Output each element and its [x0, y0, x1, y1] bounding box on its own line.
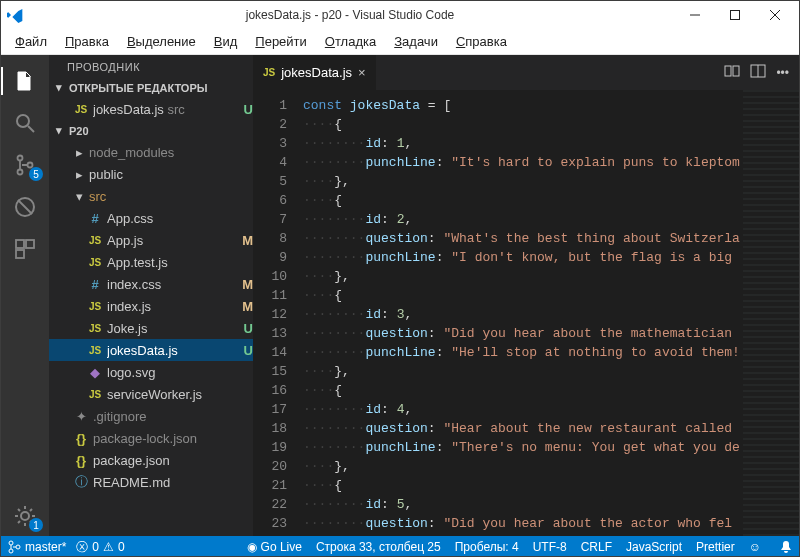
- project-header[interactable]: ▾ P20: [49, 120, 253, 141]
- menu-отладка[interactable]: Отладка: [317, 32, 384, 51]
- menu-справка[interactable]: Справка: [448, 32, 515, 51]
- file-item[interactable]: ⓘREADME.md: [49, 471, 253, 493]
- git-status: M: [237, 299, 253, 314]
- editor-group: JS jokesData.js × ••• 123456789101112131…: [253, 55, 799, 536]
- file-item[interactable]: JSserviceWorker.js: [49, 383, 253, 405]
- menu-файл[interactable]: Файл: [7, 32, 55, 51]
- menu-правка[interactable]: Правка: [57, 32, 117, 51]
- file-item[interactable]: #App.css: [49, 207, 253, 229]
- file-item[interactable]: ✦.gitignore: [49, 405, 253, 427]
- git-status: U: [237, 102, 253, 117]
- file-label: jokesData.js src: [93, 102, 233, 117]
- activity-settings[interactable]: 1: [1, 496, 49, 536]
- files-icon: [13, 69, 37, 93]
- extensions-icon: [13, 237, 37, 261]
- git-status: U: [237, 343, 253, 358]
- file-icon: JS: [87, 301, 103, 312]
- open-editors-header[interactable]: ▾ ОТКРЫТЫЕ РЕДАКТОРЫ: [49, 77, 253, 98]
- svg-point-8: [28, 163, 33, 168]
- file-item[interactable]: JSApp.jsM: [49, 229, 253, 251]
- file-icon: JS: [87, 235, 103, 246]
- chevron-down-icon: ▾: [53, 81, 65, 94]
- activity-bar: 5 1: [1, 55, 49, 536]
- folder-item[interactable]: ▸node_modules: [49, 141, 253, 163]
- svg-line-5: [28, 126, 34, 132]
- file-label: index.js: [107, 299, 233, 314]
- js-file-icon: JS: [73, 104, 89, 115]
- file-label: package.json: [93, 453, 253, 468]
- git-status: M: [237, 233, 253, 248]
- tab-jokesdata[interactable]: JS jokesData.js ×: [253, 55, 377, 90]
- menu-перейти[interactable]: Перейти: [247, 32, 315, 51]
- svg-rect-12: [26, 240, 34, 248]
- file-icon: ◆: [87, 365, 103, 380]
- menu-задачи[interactable]: Задачи: [386, 32, 446, 51]
- menubar: ФайлПравкаВыделениеВидПерейтиОтладкаЗада…: [1, 29, 799, 55]
- file-label: package-lock.json: [93, 431, 253, 446]
- activity-explorer[interactable]: [1, 61, 49, 101]
- window-title: jokesData.js - p20 - Visual Studio Code: [25, 8, 675, 22]
- file-icon: JS: [87, 257, 103, 268]
- minimize-button[interactable]: [675, 1, 715, 29]
- activity-debug[interactable]: [1, 187, 49, 227]
- status-eol[interactable]: CRLF: [581, 540, 612, 554]
- open-editor-item[interactable]: JSjokesData.js srcU: [49, 98, 253, 120]
- file-label: serviceWorker.js: [107, 387, 253, 402]
- status-branch[interactable]: master*: [7, 540, 66, 554]
- code-editor[interactable]: 123456789101112131415161718192021222324 …: [253, 90, 799, 536]
- file-label: Joke.js: [107, 321, 233, 336]
- file-item[interactable]: #index.cssM: [49, 273, 253, 295]
- code-area[interactable]: const jokesData = [ ····{ ········id: 1,…: [297, 90, 799, 536]
- status-cursor[interactable]: Строка 33, столбец 25: [316, 540, 441, 554]
- status-problems[interactable]: ⓧ0 ⚠0: [76, 539, 124, 556]
- status-encoding[interactable]: UTF-8: [533, 540, 567, 554]
- settings-badge: 1: [29, 518, 43, 532]
- file-item[interactable]: JSindex.jsM: [49, 295, 253, 317]
- svg-point-6: [18, 156, 23, 161]
- svg-rect-16: [733, 66, 739, 76]
- file-item[interactable]: {}package-lock.json: [49, 427, 253, 449]
- status-golive[interactable]: ◉Go Live: [247, 540, 302, 554]
- activity-extensions[interactable]: [1, 229, 49, 269]
- status-prettier[interactable]: Prettier: [696, 540, 735, 554]
- split-editor-icon[interactable]: [750, 63, 766, 82]
- more-icon[interactable]: •••: [776, 66, 789, 80]
- compare-changes-icon[interactable]: [724, 63, 740, 82]
- minimap[interactable]: [743, 90, 799, 536]
- activity-search[interactable]: [1, 103, 49, 143]
- js-file-icon: JS: [263, 67, 275, 78]
- folder-item[interactable]: ▸public: [49, 163, 253, 185]
- chevron-right-icon: ▸: [73, 167, 85, 182]
- file-icon: #: [87, 211, 103, 226]
- git-status: U: [237, 321, 253, 336]
- svg-point-7: [18, 170, 23, 175]
- close-icon[interactable]: ×: [358, 65, 366, 80]
- folder-label: src: [89, 189, 253, 204]
- vscode-logo-icon: [5, 5, 25, 25]
- status-branch-label: master*: [25, 540, 66, 554]
- menu-выделение[interactable]: Выделение: [119, 32, 204, 51]
- project-label: P20: [69, 125, 89, 137]
- file-item[interactable]: JSjokesData.jsU: [49, 339, 253, 361]
- svg-rect-11: [16, 240, 24, 248]
- file-item[interactable]: {}package.json: [49, 449, 253, 471]
- debug-icon: [13, 195, 37, 219]
- status-feedback[interactable]: ☺: [749, 540, 761, 554]
- activity-scm[interactable]: 5: [1, 145, 49, 185]
- file-label: index.css: [107, 277, 233, 292]
- sidebar-explorer: ПРОВОДНИК ▾ ОТКРЫТЫЕ РЕДАКТОРЫ JSjokesDa…: [49, 55, 253, 536]
- scm-badge: 5: [29, 167, 43, 181]
- file-label: App.js: [107, 233, 233, 248]
- git-status: M: [237, 277, 253, 292]
- menu-вид[interactable]: Вид: [206, 32, 246, 51]
- bell-icon[interactable]: [779, 540, 793, 554]
- file-item[interactable]: ◆logo.svg: [49, 361, 253, 383]
- file-item[interactable]: JSJoke.jsU: [49, 317, 253, 339]
- status-spaces[interactable]: Пробелы: 4: [455, 540, 519, 554]
- folder-item[interactable]: ▾src: [49, 185, 253, 207]
- status-lang[interactable]: JavaScript: [626, 540, 682, 554]
- close-button[interactable]: [755, 1, 795, 29]
- maximize-button[interactable]: [715, 1, 755, 29]
- file-item[interactable]: JSApp.test.js: [49, 251, 253, 273]
- svg-point-14: [21, 512, 29, 520]
